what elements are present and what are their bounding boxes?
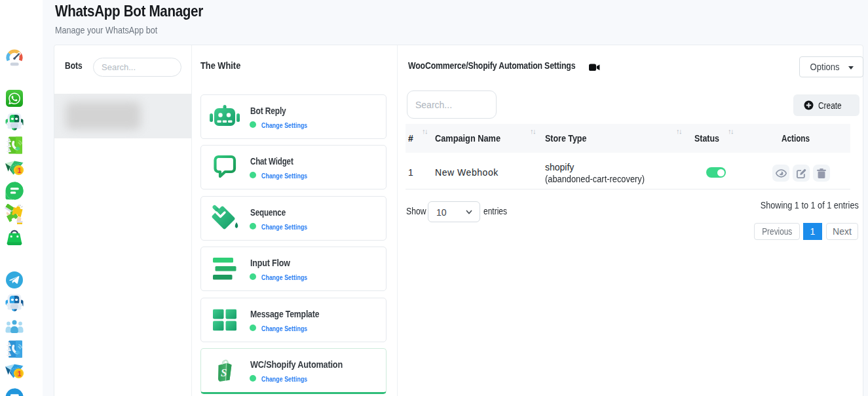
svg-text:1: 1 bbox=[18, 167, 22, 174]
svg-text:1: 1 bbox=[18, 370, 22, 378]
